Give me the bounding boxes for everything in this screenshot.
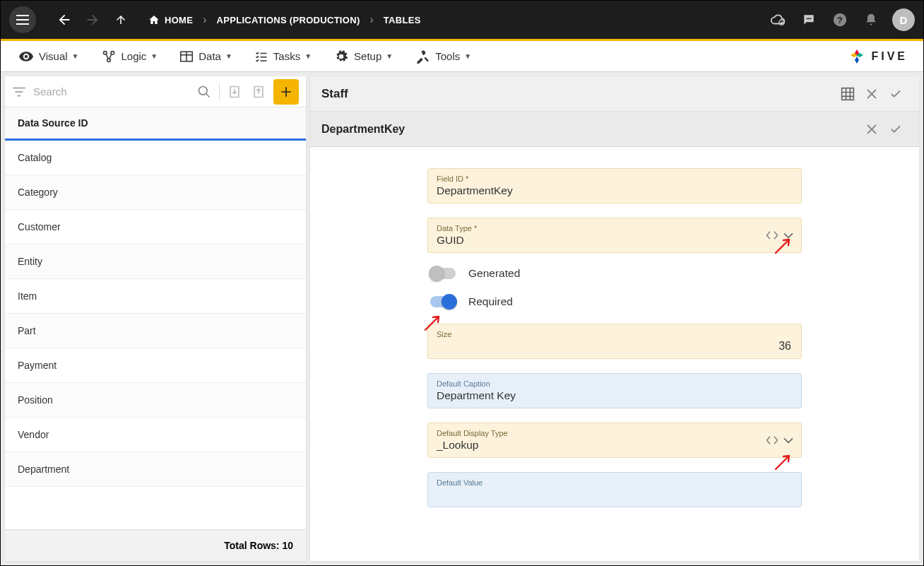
breadcrumb-apps-label: APPLICATIONS (PRODUCTION) xyxy=(217,15,360,25)
nav-back-button[interactable] xyxy=(53,8,76,31)
topbar: HOME › APPLICATIONS (PRODUCTION) › TABLE… xyxy=(1,1,923,39)
workspace: Data Source ID CatalogCategoryCustomerEn… xyxy=(1,72,923,565)
avatar[interactable]: D xyxy=(892,8,915,31)
avatar-initial: D xyxy=(900,14,908,26)
chat-icon[interactable] xyxy=(796,7,822,33)
menu-tools[interactable]: Tools▼ xyxy=(404,45,482,68)
field-id-input[interactable]: Field ID * DepartmentKey xyxy=(427,168,802,204)
left-panel: Data Source ID CatalogCategoryCustomerEn… xyxy=(5,76,306,561)
list-toolbar xyxy=(5,76,306,107)
add-button[interactable] xyxy=(273,79,299,105)
chevron-down-icon: ▼ xyxy=(150,52,158,60)
menu-logic[interactable]: Logic▼ xyxy=(90,46,170,67)
menu-visual[interactable]: Visual▼ xyxy=(8,46,90,66)
breadcrumb-tables[interactable]: TABLES xyxy=(384,15,421,25)
svg-point-3 xyxy=(810,18,811,19)
svg-point-6 xyxy=(25,54,28,58)
list-item[interactable]: Entity xyxy=(5,244,306,279)
chevron-down-icon[interactable] xyxy=(783,232,794,239)
code-icon[interactable] xyxy=(766,230,778,240)
help-icon[interactable]: ? xyxy=(827,7,853,33)
field-label: Field ID * xyxy=(437,175,793,183)
import-icon[interactable] xyxy=(223,85,247,99)
list-footer: Total Rows: 10 xyxy=(5,529,306,561)
chevron-right-icon: › xyxy=(370,13,374,26)
filter-icon[interactable] xyxy=(12,86,26,98)
svg-text:?: ? xyxy=(837,15,843,25)
field-label: Default Display Type xyxy=(437,429,793,437)
list-item[interactable]: Catalog xyxy=(5,141,306,175)
chevron-down-icon: ▼ xyxy=(304,52,312,60)
list-item[interactable]: Part xyxy=(5,314,306,348)
menu-setup[interactable]: Setup▼ xyxy=(323,45,404,68)
chevron-down-icon: ▼ xyxy=(464,52,471,60)
toggle-label: Required xyxy=(468,295,513,308)
chevron-down-icon: ▼ xyxy=(386,52,393,60)
close-icon[interactable] xyxy=(860,88,884,100)
close-icon[interactable] xyxy=(860,123,884,136)
svg-point-11 xyxy=(199,86,208,95)
nav-forward-button xyxy=(81,8,104,31)
code-icon[interactable] xyxy=(766,435,778,445)
chevron-down-icon: ▼ xyxy=(72,52,79,60)
list-item[interactable]: Position xyxy=(5,383,306,418)
field-label: Size xyxy=(437,330,793,338)
default-value-input[interactable]: Default Value xyxy=(427,472,802,507)
breadcrumb-tables-label: TABLES xyxy=(384,15,421,25)
tasks-icon xyxy=(255,51,268,62)
field-label: Data Type * xyxy=(437,224,793,232)
data-source-list: CatalogCategoryCustomerEntityItemPartPay… xyxy=(5,141,306,529)
svg-rect-12 xyxy=(842,88,854,100)
list-item[interactable]: Item xyxy=(5,279,306,314)
gear-icon xyxy=(334,49,348,64)
size-input[interactable]: Size 36 xyxy=(427,324,802,359)
generated-toggle[interactable] xyxy=(430,268,456,279)
field-value: Department Key xyxy=(437,388,793,402)
check-icon[interactable] xyxy=(884,123,908,136)
check-icon[interactable] xyxy=(884,88,908,100)
nav-up-button[interactable] xyxy=(109,8,132,31)
brand-logo: FIVE xyxy=(848,48,908,65)
home-icon xyxy=(148,14,160,25)
table-icon xyxy=(180,51,193,62)
field-label: Default Value xyxy=(437,478,793,487)
chevron-right-icon: › xyxy=(203,13,206,26)
search-icon[interactable] xyxy=(192,85,216,99)
hamburger-menu[interactable] xyxy=(9,6,36,33)
bell-icon[interactable] xyxy=(858,7,884,33)
list-column-header[interactable]: Data Source ID xyxy=(5,107,306,141)
default-caption-input[interactable]: Default Caption Department Key xyxy=(427,373,802,408)
logic-icon xyxy=(102,50,116,63)
list-item[interactable]: Department xyxy=(5,452,306,487)
toggle-label: Generated xyxy=(468,267,520,280)
breadcrumb-home[interactable]: HOME xyxy=(148,14,193,25)
export-icon[interactable] xyxy=(247,85,271,99)
default-display-type-select[interactable]: Default Display Type _Lookup xyxy=(427,423,802,458)
required-toggle[interactable] xyxy=(430,296,456,307)
grid-icon[interactable] xyxy=(836,87,860,101)
breadcrumb-home-label: HOME xyxy=(165,15,193,25)
field-value: 36 xyxy=(437,338,793,353)
cloud-icon[interactable] xyxy=(765,7,790,33)
chevron-down-icon[interactable] xyxy=(783,437,794,444)
field-value: GUID xyxy=(437,232,793,247)
menubar: Visual▼ Logic▼ Data▼ Tasks▼ Setup▼ Tools… xyxy=(1,41,923,72)
list-item[interactable]: Category xyxy=(5,175,306,210)
svg-point-2 xyxy=(808,18,810,19)
menu-data[interactable]: Data▼ xyxy=(169,46,244,66)
search-input[interactable] xyxy=(33,86,192,98)
menu-tasks[interactable]: Tasks▼ xyxy=(244,46,323,66)
subdetail-header: DepartmentKey xyxy=(310,112,919,147)
breadcrumb-apps[interactable]: APPLICATIONS (PRODUCTION) xyxy=(217,15,360,25)
generated-toggle-row: Generated xyxy=(430,267,802,280)
data-type-select[interactable]: Data Type * GUID xyxy=(427,218,802,253)
right-panel: Staff DepartmentKey Field ID * Departmen… xyxy=(310,76,919,561)
logo-icon xyxy=(848,48,865,65)
eye-icon xyxy=(19,52,33,61)
list-item[interactable]: Payment xyxy=(5,348,306,383)
form-body: Field ID * DepartmentKey Data Type * GUI… xyxy=(310,147,919,561)
chevron-down-icon: ▼ xyxy=(225,52,232,60)
list-item[interactable]: Customer xyxy=(5,210,306,244)
list-item[interactable]: Vendor xyxy=(5,418,306,452)
required-toggle-row: Required xyxy=(430,295,802,308)
